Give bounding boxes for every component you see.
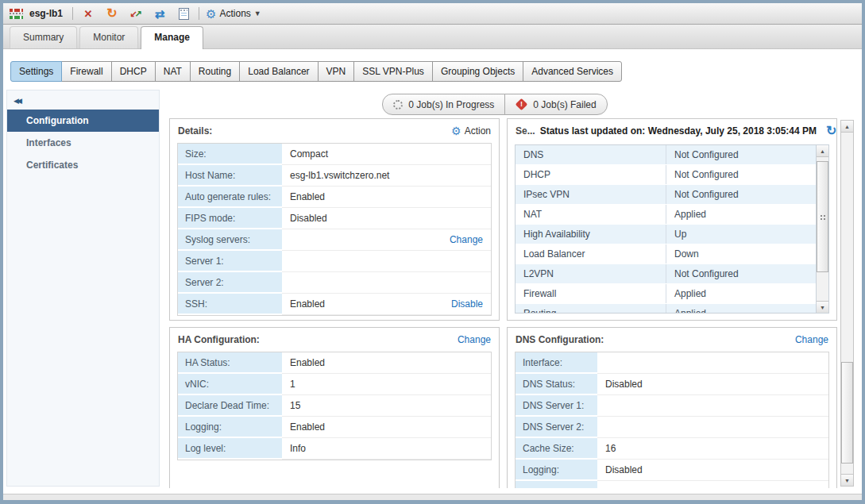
service-name: Routing xyxy=(516,304,666,314)
row-label: DNS Status: xyxy=(516,374,597,395)
tab-monitor[interactable]: Monitor xyxy=(79,26,138,48)
settings-subtabs: SettingsFirewallDHCPNATRoutingLoad Balan… xyxy=(10,61,622,82)
actions-menu-button[interactable]: ⚙ Actions ▼ xyxy=(206,8,261,20)
service-name: Firewall xyxy=(516,284,666,303)
gear-icon: ⚙ xyxy=(206,8,216,20)
service-status-row: Load BalancerDown xyxy=(516,244,828,264)
open-console-button[interactable] xyxy=(175,6,192,21)
service-name: DHCP xyxy=(516,165,666,184)
sidebar-item-certificates[interactable]: Certificates xyxy=(7,154,159,176)
service-status-row: RoutingApplied xyxy=(516,304,828,314)
row-value-text: 16 xyxy=(605,443,821,454)
tab-manage[interactable]: Manage xyxy=(141,26,203,49)
row-value-text: esg-lb1.vswitchzero.net xyxy=(290,170,483,181)
scroll-up-icon[interactable]: ▲ xyxy=(841,121,853,133)
refresh-icon: ↻ xyxy=(106,7,117,20)
app-window: esg-lb1 ✕ ↻ ↙↗ ⇄ ⚙ Actions ▼ SummaryMoni… xyxy=(0,0,865,504)
jobs-failed-button[interactable]: ! 0 Job(s) Failed xyxy=(504,94,607,115)
scroll-down-icon[interactable]: ▼ xyxy=(817,301,828,313)
scroll-down-icon[interactable]: ▼ xyxy=(841,474,853,486)
scrollbar-thumb[interactable] xyxy=(841,362,853,464)
row-label: Interface: xyxy=(516,352,597,374)
service-status: Not Configured xyxy=(666,145,828,164)
scroll-up-icon[interactable]: ▲ xyxy=(817,145,828,157)
row-value xyxy=(282,272,491,294)
service-status-row: L2VPNNot Configured xyxy=(516,264,828,284)
row-label xyxy=(516,481,597,488)
dns-configuration-panel: DNS Configuration: Change Interface:DNS … xyxy=(507,327,837,488)
jobs-status-bar: 0 Job(s) In Progress ! 0 Job(s) Failed xyxy=(160,94,830,115)
chevron-down-icon: ▼ xyxy=(254,10,261,17)
subtab-routing[interactable]: Routing xyxy=(190,61,240,82)
subtab-dhcp[interactable]: DHCP xyxy=(111,61,156,82)
sync-button[interactable]: ⇄ xyxy=(151,6,168,21)
jobs-failed-label: 0 Job(s) Failed xyxy=(533,99,596,110)
dns-change-link[interactable]: Change xyxy=(795,334,828,345)
sidebar-item-interfaces[interactable]: Interfaces xyxy=(7,132,159,154)
subtab-vpn[interactable]: VPN xyxy=(318,61,355,82)
redeploy-button[interactable]: ↙↗ xyxy=(127,6,145,21)
error-diamond-icon: ! xyxy=(516,98,528,111)
details-panel: Details: ⚙ Action Size:CompactHost Name:… xyxy=(169,118,500,321)
row-value: 16 xyxy=(597,438,828,460)
row-value: Enabled xyxy=(282,187,491,208)
table-row: DNS Status:Disabled xyxy=(516,374,828,395)
row-label: Syslog servers: xyxy=(178,229,282,251)
subtab-firewall[interactable]: Firewall xyxy=(61,61,111,82)
service-status: Not Configured xyxy=(666,165,828,184)
ha-change-link[interactable]: Change xyxy=(458,334,491,345)
services-panel-title-truncated: Se... xyxy=(516,125,535,137)
services-status-table: DNSNot ConfiguredDHCPNot ConfiguredIPsec… xyxy=(515,144,829,314)
row-value-text: Disabled xyxy=(290,213,483,224)
tab-summary[interactable]: Summary xyxy=(10,26,77,48)
table-row xyxy=(516,481,828,488)
table-row: Declare Dead Time:15 xyxy=(178,395,491,417)
row-value-text: 1 xyxy=(290,379,483,390)
table-row: Logging:Disabled xyxy=(516,460,828,481)
sidebar-collapse-button[interactable]: ◀◀ xyxy=(7,90,159,110)
scrollbar-thumb[interactable] xyxy=(817,161,828,272)
row-value: 1 xyxy=(282,374,491,395)
service-status-row: High AvailabilityUp xyxy=(516,225,828,244)
subtab-advanced-services[interactable]: Advanced Services xyxy=(523,61,622,82)
row-value-text: Enabled xyxy=(290,191,483,202)
services-status-panel: Se... Status last updated on: Wednesday,… xyxy=(507,118,837,321)
refresh-button[interactable]: ↻ xyxy=(103,6,121,21)
subtab-settings[interactable]: Settings xyxy=(10,61,62,82)
row-label: vNIC: xyxy=(178,374,282,395)
subtab-load-balancer[interactable]: Load Balancer xyxy=(239,61,318,82)
subtab-ssl-vpn-plus[interactable]: SSL VPN-Plus xyxy=(353,61,433,82)
row-value-text: Disabled xyxy=(605,464,821,475)
service-name: IPsec VPN xyxy=(516,185,666,204)
row-value xyxy=(597,395,828,417)
collapse-left-icon: ◀◀ xyxy=(14,97,20,105)
row-label: Log level: xyxy=(178,438,282,460)
subtab-grouping-objects[interactable]: Grouping Objects xyxy=(432,61,523,82)
toolbar-divider xyxy=(72,7,73,20)
window-chrome: esg-lb1 ✕ ↻ ↙↗ ⇄ ⚙ Actions ▼ SummaryMoni… xyxy=(3,3,862,494)
table-row: Cache Size:16 xyxy=(516,438,828,460)
table-row: Server 2: xyxy=(178,272,491,294)
service-status: Not Configured xyxy=(666,185,828,204)
sidebar-item-configuration[interactable]: Configuration xyxy=(7,110,159,132)
service-name: DNS xyxy=(516,145,666,164)
change-link[interactable]: Change xyxy=(450,234,483,245)
row-value-text: Enabled xyxy=(290,298,445,310)
delete-button[interactable]: ✕ xyxy=(79,6,97,21)
service-status-row: NATApplied xyxy=(516,205,828,225)
jobs-in-progress-button[interactable]: 0 Job(s) In Progress xyxy=(382,94,505,115)
row-value-text: Compact xyxy=(290,148,483,160)
service-name: NAT xyxy=(516,205,666,224)
services-scrollbar[interactable]: ▲ ▼ xyxy=(816,145,828,313)
details-action-button[interactable]: ⚙ Action xyxy=(451,125,491,137)
row-value: esg-lb1.vswitchzero.net xyxy=(282,165,491,187)
disable-link[interactable]: Disable xyxy=(451,298,483,310)
table-row: SSH:EnabledDisable xyxy=(178,294,491,315)
subtab-nat[interactable]: NAT xyxy=(155,61,191,82)
service-name: High Availability xyxy=(516,225,666,244)
content-scrollbar[interactable]: ▲ ▼ xyxy=(840,120,854,487)
services-refresh-button[interactable]: ↻ xyxy=(826,125,836,137)
row-value: Compact xyxy=(282,144,491,165)
redeploy-icon: ↙↗ xyxy=(129,10,141,18)
row-label: Logging: xyxy=(516,460,597,481)
